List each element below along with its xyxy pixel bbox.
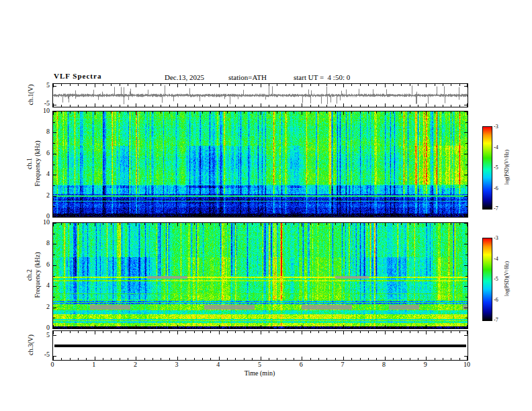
ch1-waveform-ymax-label: 5 — [35, 81, 50, 89]
colorbar-tick-label: -3 — [494, 124, 498, 130]
ch3-waveform-ymax-label: 5 — [35, 331, 50, 339]
y-tick-label: 8 — [35, 128, 50, 136]
x-tick-label: 1 — [87, 361, 101, 369]
x-tick-label: 3 — [170, 361, 183, 369]
ch3-waveform-ymin-label: -5 — [35, 351, 50, 359]
ch1-spec-channel-label: ch.1 — [26, 111, 33, 216]
x-tick-label: 0 — [46, 361, 59, 369]
ch1-waveform-plot — [52, 83, 468, 107]
ch2-spec-channel-label: ch.2 — [26, 222, 33, 328]
ch1-colorbar-label: log(PSD)(V²/Hz) — [503, 126, 511, 208]
colorbar-tick-label: -7 — [494, 317, 498, 323]
y-tick-label: 6 — [35, 149, 50, 157]
colorbar-tick-label: -6 — [494, 297, 498, 303]
x-tick-label: 9 — [418, 361, 432, 369]
colorbar-tick-label: -4 — [494, 144, 498, 150]
x-tick-label: 6 — [294, 361, 308, 369]
ch2-spec-freq-label: Frequency (kHz) — [34, 222, 41, 328]
figure-date: Dec.13, 2025 — [165, 73, 204, 81]
x-tick-label: 4 — [212, 361, 225, 369]
x-tick-label: 10 — [460, 361, 474, 369]
figure-title: VLF Spectra — [54, 72, 101, 80]
x-axis-label: Time (min) — [52, 369, 467, 377]
y-tick-label: 10 — [35, 107, 50, 115]
y-tick-label: 4 — [35, 170, 50, 178]
y-tick-label: 10 — [35, 218, 50, 226]
ch2-spectrogram — [52, 222, 468, 329]
y-tick-label: 2 — [35, 303, 50, 311]
ch1-colorbar — [482, 126, 492, 210]
y-tick-label: 8 — [35, 239, 50, 247]
figure-start-ut: start UT = 4 :50: 0 — [294, 73, 350, 81]
ch1-spec-freq-label: Frequency (kHz) — [34, 111, 41, 216]
ch1-waveform-ylabel: ch.1(V) — [27, 83, 34, 106]
colorbar-tick-label: -5 — [494, 276, 498, 282]
vlf-spectra-figure: VLF Spectra Dec.13, 2025 station=ATH sta… — [0, 0, 532, 411]
colorbar-tick-label: -3 — [494, 235, 498, 241]
colorbar-tick-label: -5 — [494, 165, 498, 171]
y-tick-label: 6 — [35, 261, 50, 269]
colorbar-tick-label: -4 — [494, 256, 498, 262]
x-tick-label: 5 — [253, 361, 267, 369]
ch3-waveform-ylabel: ch.3(V) — [27, 330, 34, 359]
y-tick-label: 0 — [35, 324, 50, 332]
x-tick-label: 8 — [378, 361, 391, 369]
x-tick-label: 7 — [336, 361, 349, 369]
colorbar-tick-label: -6 — [494, 185, 498, 191]
ch3-waveform-plot — [52, 330, 468, 361]
y-tick-label: 4 — [35, 281, 50, 289]
x-tick-label: 2 — [128, 361, 142, 369]
ch2-colorbar — [482, 238, 492, 321]
figure-station: station=ATH — [228, 73, 267, 81]
ch1-spectrogram — [52, 111, 468, 218]
ch2-colorbar-label: log(PSD)(V²/Hz) — [503, 238, 511, 320]
y-tick-label: 2 — [35, 191, 50, 199]
colorbar-tick-label: -7 — [494, 205, 498, 212]
